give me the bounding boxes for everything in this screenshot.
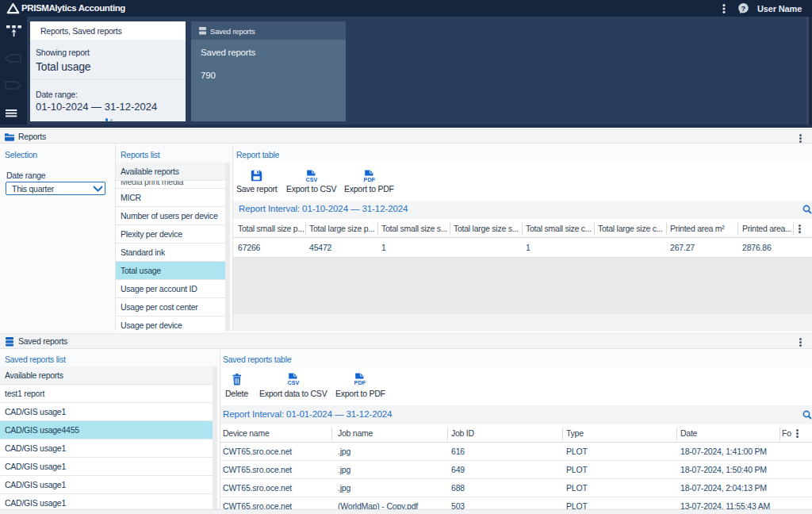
svg-text:CSV: CSV <box>306 176 318 183</box>
svg-text:CSV: CSV <box>288 379 300 386</box>
svg-text:?: ? <box>741 4 746 13</box>
svg-text:PDF: PDF <box>364 176 376 183</box>
svg-text:PDF: PDF <box>354 379 366 386</box>
